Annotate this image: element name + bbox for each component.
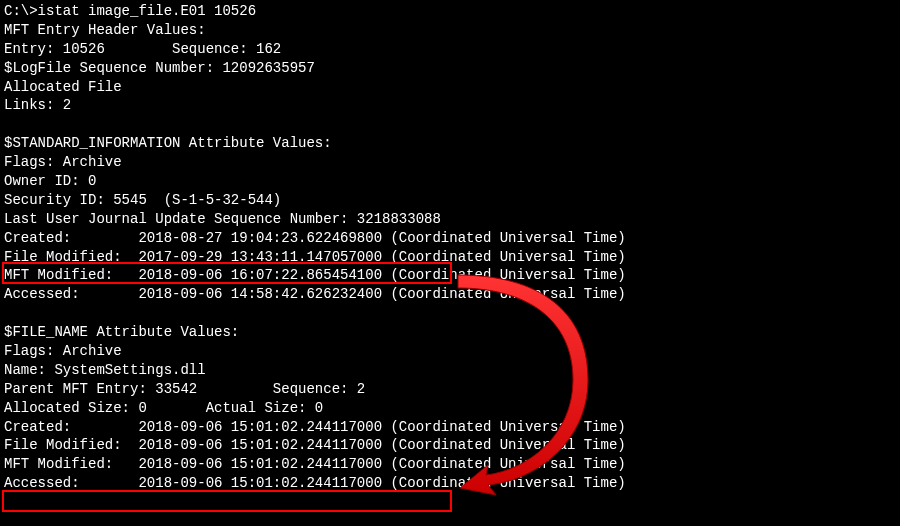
- std-info-title: $STANDARD_INFORMATION Attribute Values:: [4, 134, 896, 153]
- blank-line: [4, 304, 896, 323]
- file-name-parent: Parent MFT Entry: 33542 Sequence: 2: [4, 380, 896, 399]
- allocated-file: Allocated File: [4, 78, 896, 97]
- std-info-mft-modified: MFT Modified: 2018-09-06 16:07:22.865454…: [4, 266, 896, 285]
- std-info-created: Created: 2018-08-27 19:04:23.622469800 (…: [4, 229, 896, 248]
- std-info-accessed: Accessed: 2018-09-06 14:58:42.626232400 …: [4, 285, 896, 304]
- file-name-created: Created: 2018-09-06 15:01:02.244117000 (…: [4, 418, 896, 437]
- logfile-sequence: $LogFile Sequence Number: 12092635957: [4, 59, 896, 78]
- highlight-box-filename-created: [2, 490, 452, 512]
- links-count: Links: 2: [4, 96, 896, 115]
- mft-header-title: MFT Entry Header Values:: [4, 21, 896, 40]
- std-info-flags: Flags: Archive: [4, 153, 896, 172]
- entry-sequence: Entry: 10526 Sequence: 162: [4, 40, 896, 59]
- file-name-file-modified: File Modified: 2018-09-06 15:01:02.24411…: [4, 436, 896, 455]
- file-name-flags: Flags: Archive: [4, 342, 896, 361]
- file-name-name: Name: SystemSettings.dll: [4, 361, 896, 380]
- std-info-security: Security ID: 5545 (S-1-5-32-544): [4, 191, 896, 210]
- blank-line: [4, 115, 896, 134]
- command-prompt: C:\>istat image_file.E01 10526: [4, 2, 896, 21]
- std-info-journal: Last User Journal Update Sequence Number…: [4, 210, 896, 229]
- std-info-file-modified: File Modified: 2017-09-29 13:43:11.14705…: [4, 248, 896, 267]
- file-name-mft-modified: MFT Modified: 2018-09-06 15:01:02.244117…: [4, 455, 896, 474]
- file-name-title: $FILE_NAME Attribute Values:: [4, 323, 896, 342]
- std-info-owner: Owner ID: 0: [4, 172, 896, 191]
- file-name-sizes: Allocated Size: 0 Actual Size: 0: [4, 399, 896, 418]
- file-name-accessed: Accessed: 2018-09-06 15:01:02.244117000 …: [4, 474, 896, 493]
